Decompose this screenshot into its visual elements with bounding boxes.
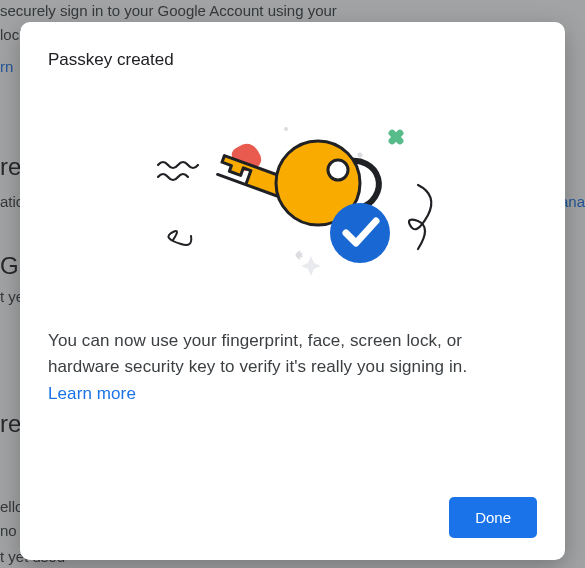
learn-more-link[interactable]: Learn more (48, 384, 136, 403)
passkey-created-dialog: Passkey created (20, 22, 565, 560)
svg-point-1 (357, 153, 362, 158)
dialog-body-text: You can now use your fingerprint, face, … (48, 331, 467, 376)
svg-point-0 (284, 127, 288, 131)
dialog-actions: Done (48, 497, 537, 538)
dialog-title: Passkey created (48, 50, 537, 70)
passkey-illustration (48, 100, 537, 300)
svg-point-6 (328, 160, 348, 180)
done-button[interactable]: Done (449, 497, 537, 538)
key-checkmark-icon (128, 115, 458, 285)
dialog-body: You can now use your fingerprint, face, … (48, 328, 537, 407)
svg-point-7 (330, 203, 390, 263)
